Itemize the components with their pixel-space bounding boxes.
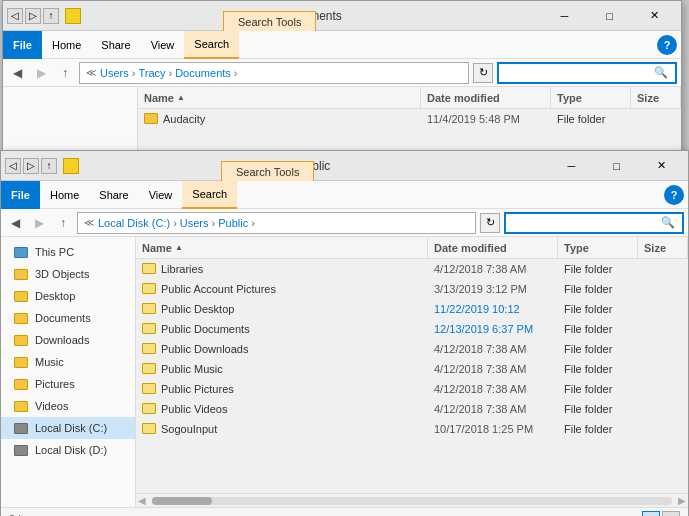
file-size [638, 339, 688, 358]
file-menu-btn[interactable]: File [3, 31, 42, 59]
sidebar-label: Pictures [35, 378, 75, 390]
folder-icon [13, 310, 29, 326]
col-type-header-public[interactable]: Type [558, 237, 638, 258]
fwd-nav-btn[interactable]: ▶ [31, 63, 51, 83]
col-date-header[interactable]: Date modified [421, 87, 551, 108]
col-header-public: Name▲ Date modified Type Size [136, 237, 688, 259]
file-name-cell: Public Documents [136, 319, 428, 338]
file-type: File folder [558, 259, 638, 278]
tb-up-btn[interactable]: ↑ [43, 8, 59, 24]
sidebar-item-downloads[interactable]: Downloads [1, 329, 135, 351]
minimize-btn-public[interactable]: ─ [549, 151, 594, 181]
address-crumb-public[interactable]: Public [218, 217, 248, 229]
col-size-header[interactable]: Size [631, 87, 681, 108]
sidebar-item-3dobjects[interactable]: 3D Objects [1, 263, 135, 285]
up-nav-btn[interactable]: ↑ [55, 63, 75, 83]
col-date-header-public[interactable]: Date modified [428, 237, 558, 258]
search-icon-documents[interactable]: 🔍 [651, 63, 671, 83]
sidebar-label: Videos [35, 400, 68, 412]
sidebar-item-music[interactable]: Music [1, 351, 135, 373]
sidebar-item-pictures[interactable]: Pictures [1, 373, 135, 395]
file-row[interactable]: Public Videos4/12/2018 7:38 AMFile folde… [136, 399, 688, 419]
tile-view-btn[interactable]: ⊞ [662, 511, 680, 517]
maximize-btn[interactable]: □ [587, 1, 632, 31]
close-btn[interactable]: ✕ [632, 1, 677, 31]
folder-icon-title-public [63, 158, 79, 174]
sidebar-public: This PC3D ObjectsDesktopDocumentsDownloa… [1, 237, 136, 507]
search-tools-tab-top[interactable]: Search Tools [223, 11, 316, 31]
file-size [631, 109, 681, 128]
file-menu-btn-public[interactable]: File [1, 181, 40, 209]
sidebar-item-desktop[interactable]: Desktop [1, 285, 135, 307]
folder-icon [142, 263, 156, 274]
hscroll-public[interactable]: ◀ ▶ [136, 493, 688, 507]
sidebar-item-documents[interactable]: Documents [1, 307, 135, 329]
search-icon-public[interactable]: 🔍 [658, 213, 678, 233]
search-tools-tab-top-public[interactable]: Search Tools [221, 161, 314, 181]
address-crumb-localdisk[interactable]: Local Disk (C:) [98, 217, 170, 229]
address-crumb-tracy[interactable]: Tracy [138, 67, 165, 79]
col-name-header[interactable]: Name▲ [138, 87, 421, 108]
sidebar-label: Desktop [35, 290, 75, 302]
file-list-container-public: Name▲ Date modified Type Size Libraries4… [136, 237, 688, 507]
tb-back-btn-public[interactable]: ◁ [5, 158, 21, 174]
sidebar-item-localdisk(d:)[interactable]: Local Disk (D:) [1, 439, 135, 461]
search-input-documents[interactable] [503, 67, 651, 79]
search-tab-btn-public[interactable]: Search [182, 181, 237, 209]
tb-back-btn[interactable]: ◁ [7, 8, 23, 24]
col-type-header[interactable]: Type [551, 87, 631, 108]
file-row[interactable]: Public Desktop11/22/2019 10:12File folde… [136, 299, 688, 319]
sidebar-item-videos[interactable]: Videos [1, 395, 135, 417]
search-tab-btn[interactable]: Search [184, 31, 239, 59]
file-row[interactable]: Public Downloads4/12/2018 7:38 AMFile fo… [136, 339, 688, 359]
detail-view-btn[interactable]: ≡ [642, 511, 660, 517]
col-size-header-public[interactable]: Size [638, 237, 688, 258]
tb-fwd-btn-public[interactable]: ▷ [23, 158, 39, 174]
hscroll-track [152, 497, 672, 505]
search-box-documents[interactable]: 🔍 [497, 62, 677, 84]
address-bar-documents[interactable]: ≪ Users › Tracy › Documents › [79, 62, 469, 84]
search-box-public[interactable]: 🔍 [504, 212, 684, 234]
title-bar-public: ◁ ▷ ↑ Search Tools Public ─ □ ✕ [1, 151, 688, 181]
file-row[interactable]: Public Music4/12/2018 7:38 AMFile folder [136, 359, 688, 379]
file-row[interactable]: Audacity 11/4/2019 5:48 PM File folder [138, 109, 681, 129]
sidebar-item-thispc[interactable]: This PC [1, 241, 135, 263]
documents-window: ◁ ▷ ↑ Search Tools Documents ─ □ ✕ File … [2, 0, 682, 160]
close-btn-public[interactable]: ✕ [639, 151, 684, 181]
sidebar-item-localdisk(c:)[interactable]: Local Disk (C:) [1, 417, 135, 439]
view-tab-btn-public[interactable]: View [139, 181, 183, 209]
refresh-btn[interactable]: ↻ [473, 63, 493, 83]
view-tab-btn[interactable]: View [141, 31, 185, 59]
file-name: Libraries [161, 263, 203, 275]
search-input-public[interactable] [510, 217, 658, 229]
minimize-btn[interactable]: ─ [542, 1, 587, 31]
help-btn[interactable]: ? [657, 35, 677, 55]
address-crumb-users[interactable]: Users [100, 67, 129, 79]
col-name-header-public[interactable]: Name▲ [136, 237, 428, 258]
address-bar-public[interactable]: ≪ Local Disk (C:) › Users › Public › [77, 212, 476, 234]
sidebar-label: Downloads [35, 334, 89, 346]
up-nav-btn-public[interactable]: ↑ [53, 213, 73, 233]
refresh-btn-public[interactable]: ↻ [480, 213, 500, 233]
file-row[interactable]: Public Account Pictures3/13/2019 3:12 PM… [136, 279, 688, 299]
share-tab-btn-public[interactable]: Share [89, 181, 138, 209]
fwd-nav-btn-public[interactable]: ▶ [29, 213, 49, 233]
file-date: 11/22/2019 10:12 [428, 299, 558, 318]
back-nav-btn-public[interactable]: ◀ [5, 213, 25, 233]
tb-up-btn-public[interactable]: ↑ [41, 158, 57, 174]
share-tab-btn[interactable]: Share [91, 31, 140, 59]
address-crumb-documents[interactable]: Documents [175, 67, 231, 79]
file-row[interactable]: SogouInput10/17/2018 1:25 PMFile folder [136, 419, 688, 439]
file-row[interactable]: Libraries4/12/2018 7:38 AMFile folder [136, 259, 688, 279]
file-name-cell: Public Downloads [136, 339, 428, 358]
folder-icon [142, 363, 156, 374]
file-row[interactable]: Public Pictures4/12/2018 7:38 AMFile fol… [136, 379, 688, 399]
help-btn-public[interactable]: ? [664, 185, 684, 205]
maximize-btn-public[interactable]: □ [594, 151, 639, 181]
address-crumb-users-public[interactable]: Users [180, 217, 209, 229]
back-nav-btn[interactable]: ◀ [7, 63, 27, 83]
tb-fwd-btn[interactable]: ▷ [25, 8, 41, 24]
home-tab-btn-public[interactable]: Home [40, 181, 89, 209]
file-row[interactable]: Public Documents12/13/2019 6:37 PMFile f… [136, 319, 688, 339]
home-tab-btn[interactable]: Home [42, 31, 91, 59]
